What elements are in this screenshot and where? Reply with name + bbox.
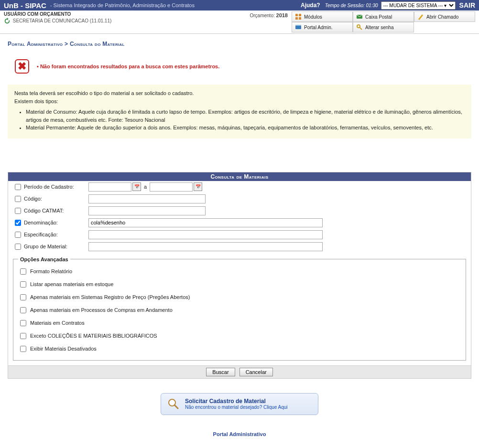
check-adv-contratos[interactable] (20, 320, 26, 326)
portal-icon (295, 24, 302, 31)
magnifier-icon (167, 397, 180, 411)
info-box: Nesta tela deverá ser escolhido o tipo d… (8, 85, 471, 139)
shortcut-caixa-postal[interactable]: Caixa Postal (353, 11, 414, 22)
mailbox-icon (356, 13, 363, 20)
refresh-icon (4, 18, 11, 24)
date-separator: a (144, 184, 147, 190)
label-especificacao: Especificação: (24, 232, 88, 237)
svg-rect-1 (299, 14, 301, 16)
row-grupo: Grupo de Material: (8, 241, 471, 253)
label-grupo: Grupo de Material: (24, 244, 88, 249)
check-adv-exceto-colecoes[interactable] (20, 333, 26, 339)
row-catmat: Código CATMAT: (8, 205, 471, 217)
info-item-permanente: Material Permanente: Aquele de duração s… (26, 124, 465, 132)
check-grupo[interactable] (15, 244, 21, 250)
logout-link[interactable]: SAIR (459, 1, 475, 9)
orcamento: Orçamento: 2018 (250, 11, 292, 18)
label-codigo: Código: (24, 196, 88, 202)
label-periodo: Período de Cadastro: (24, 184, 88, 190)
brand: UnB - SIPAC (4, 1, 46, 10)
search-panel: Consulta de Materiais Período de Cadastr… (8, 172, 471, 379)
input-periodo-from[interactable] (88, 182, 131, 192)
svg-rect-3 (299, 17, 301, 20)
row-especificacao: Especificação: (8, 229, 471, 241)
check-adv-compras-andamento[interactable] (20, 307, 26, 313)
check-catmat[interactable] (15, 208, 21, 214)
solicit-title: Solicitar Cadastro de Material (185, 398, 288, 405)
check-codigo[interactable] (15, 196, 21, 202)
department: SECRETARIA DE COMUNICACAO (11.01.11) (4, 18, 250, 24)
modules-icon (295, 13, 302, 20)
check-adv-estoque[interactable] (20, 281, 26, 288)
solicit-subtitle: Não encontrou o material desejado? Cliqu… (185, 405, 288, 410)
key-icon (356, 24, 363, 31)
ticket-icon (417, 13, 424, 20)
shortcut-portal-admin[interactable]: Portal Admin. (292, 22, 353, 32)
brand-subtitle: - Sistema Integrado de Patrimônio, Admin… (50, 2, 195, 8)
shortcut-modulos[interactable]: Módulos (292, 11, 353, 22)
info-item-consumo: Material de Consumo: Aquele cuja duração… (26, 108, 465, 124)
shortcut-abrir-chamado[interactable]: Abrir Chamado (414, 11, 475, 22)
button-row: Buscar Cancelar (8, 365, 471, 378)
error-alert: ✖ Não foram encontrados resultados para … (8, 54, 471, 79)
svg-rect-6 (295, 25, 301, 26)
row-periodo: Período de Cadastro: 📅 a 📅 (8, 181, 471, 193)
sub-header: USUÁRIO COM ORÇAMENTO SECRETARIA DE COMU… (0, 11, 479, 34)
buscar-button[interactable]: Buscar (206, 368, 235, 376)
footer-portal-link[interactable]: Portal Administrativo (8, 431, 471, 437)
label-catmat: Código CATMAT: (24, 208, 88, 213)
check-periodo[interactable] (15, 184, 21, 190)
advanced-options: Opções Avançadas Formato Relatório Lista… (13, 256, 466, 361)
check-especificacao[interactable] (15, 232, 21, 238)
label-denominacao: Denominação: (24, 220, 88, 225)
check-denominacao[interactable] (15, 220, 21, 226)
input-periodo-to[interactable] (150, 182, 193, 192)
calendar-from-icon[interactable]: 📅 (132, 182, 141, 191)
help-link[interactable]: Ajuda? (301, 2, 320, 9)
panel-title: Consulta de Materiais (8, 172, 471, 181)
svg-rect-2 (295, 17, 298, 20)
advanced-legend: Opções Avançadas (18, 256, 70, 262)
system-select[interactable]: --- MUDAR DE SISTEMA --- ▾ (381, 1, 456, 10)
check-adv-relatorio[interactable] (20, 268, 26, 275)
input-denominacao[interactable] (88, 218, 323, 227)
input-catmat[interactable] (88, 206, 206, 215)
error-message: Não foram encontrados resultados para a … (37, 64, 219, 69)
check-adv-registro-preco[interactable] (20, 294, 26, 300)
input-grupo[interactable] (88, 242, 323, 251)
svg-rect-0 (295, 14, 298, 16)
row-codigo: Código: (8, 193, 471, 205)
error-icon: ✖ (15, 59, 29, 74)
session-label: Tempo de Sessão: 01:30 (325, 3, 378, 8)
input-especificacao[interactable] (88, 230, 323, 239)
solicitar-cadastro-button[interactable]: Solicitar Cadastro de Material Não encon… (161, 393, 318, 415)
user-budget-label: USUÁRIO COM ORÇAMENTO (4, 11, 250, 17)
shortcut-alterar-senha[interactable]: Alterar senha (353, 22, 414, 32)
shortcut-grid: Módulos Caixa Postal Abrir Chamado Porta… (292, 11, 475, 32)
row-denominacao: Denominação: (8, 217, 471, 229)
check-adv-desativados[interactable] (20, 346, 26, 352)
top-bar: UnB - SIPAC - Sistema Integrado de Patri… (0, 0, 479, 11)
calendar-to-icon[interactable]: 📅 (194, 182, 202, 191)
cancelar-button[interactable]: Cancelar (240, 368, 273, 376)
breadcrumb: Portal Administrativo > Consulta do Mate… (8, 39, 471, 50)
input-codigo[interactable] (88, 194, 206, 203)
